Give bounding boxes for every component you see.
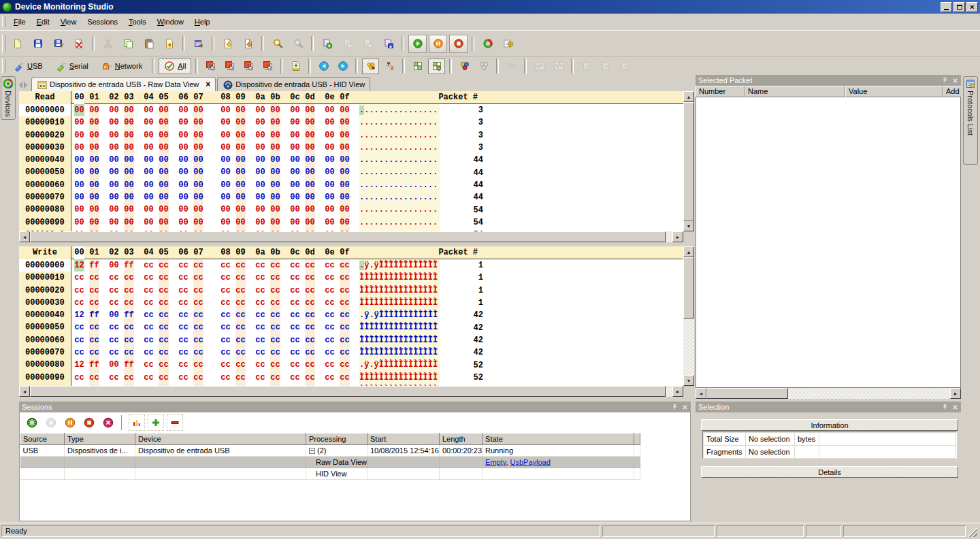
hex-byte[interactable]: 00 xyxy=(220,216,231,229)
hex-byte[interactable]: 00 xyxy=(305,166,315,178)
hex-byte[interactable]: cc xyxy=(74,272,84,284)
document-tab-2[interactable]: Dispositivo de entrada USB - HID View xyxy=(217,77,370,91)
hex-byte[interactable]: cc xyxy=(178,321,189,333)
ascii-text[interactable]: ................ xyxy=(359,129,440,142)
hex-byte[interactable]: cc xyxy=(340,372,350,384)
hex-byte[interactable]: 00 xyxy=(74,142,84,154)
hex-byte[interactable]: cc xyxy=(270,297,280,309)
hex-byte[interactable]: cc xyxy=(220,297,231,309)
hex-byte[interactable]: cc xyxy=(178,346,189,359)
start-monitoring-button[interactable] xyxy=(408,35,427,53)
remove-processing-button[interactable] xyxy=(167,414,183,431)
stop-monitoring-button[interactable] xyxy=(449,35,468,53)
hex-byte[interactable]: 00 xyxy=(235,216,246,229)
hex-byte[interactable]: 00 xyxy=(109,259,119,272)
pin-icon[interactable] xyxy=(671,404,679,411)
hex-byte[interactable]: 00 xyxy=(255,191,265,203)
hex-byte[interactable]: cc xyxy=(109,284,119,297)
hex-byte[interactable]: cc xyxy=(220,321,231,333)
hex-byte[interactable]: cc xyxy=(325,284,335,297)
hex-byte[interactable]: cc xyxy=(74,346,84,359)
hex-byte[interactable]: cc xyxy=(305,284,315,297)
serial-filter-button[interactable]: Serial xyxy=(50,59,94,74)
hex-byte[interactable]: 00 xyxy=(235,142,246,154)
hex-byte[interactable]: 00 xyxy=(159,191,169,203)
processing-row[interactable]: Raw Data ViewEmpty, UsbPayload xyxy=(20,457,640,468)
hex-byte[interactable]: 00 xyxy=(325,179,335,191)
hex-byte[interactable]: 00 xyxy=(290,191,300,203)
scroll-up-icon[interactable]: ▲ xyxy=(683,91,694,102)
hex-byte[interactable]: 00 xyxy=(89,142,99,154)
minimize-button[interactable] xyxy=(941,2,952,12)
protocols-list-tab[interactable]: Protocols List xyxy=(963,76,978,165)
hex-byte[interactable]: cc xyxy=(255,309,265,321)
sessions-col-start[interactable]: Start xyxy=(368,434,440,445)
usbpayload-link[interactable]: UsbPayload xyxy=(510,458,551,466)
export-data-button[interactable] xyxy=(189,35,208,53)
hex-byte[interactable]: 00 xyxy=(255,142,265,154)
stop-session-button[interactable] xyxy=(81,414,97,431)
hex-byte[interactable]: cc xyxy=(193,372,203,384)
hex-byte[interactable]: 00 xyxy=(270,191,280,203)
hex-byte[interactable]: 00 xyxy=(178,216,189,229)
hex-byte[interactable]: cc xyxy=(325,334,335,346)
hex-byte[interactable]: 00 xyxy=(290,154,300,166)
hex-byte[interactable]: 00 xyxy=(193,203,203,216)
hex-byte[interactable]: 00 xyxy=(270,142,280,154)
hex-byte[interactable]: cc xyxy=(235,309,246,321)
hex-byte[interactable]: cc xyxy=(290,297,300,309)
hex-byte[interactable]: cc xyxy=(305,272,315,284)
scroll-thumb[interactable] xyxy=(30,231,666,242)
hex-byte[interactable]: 00 xyxy=(109,203,119,216)
hex-byte[interactable]: cc xyxy=(290,372,300,384)
hex-byte[interactable]: 00 xyxy=(290,129,300,142)
hex-byte[interactable]: cc xyxy=(144,297,154,309)
hex-byte[interactable]: 00 xyxy=(89,191,99,203)
hex-byte[interactable]: cc xyxy=(193,272,203,284)
hex-byte[interactable]: cc xyxy=(235,272,246,284)
hex-byte[interactable]: cc xyxy=(235,259,246,272)
hex-byte[interactable]: 00 xyxy=(159,203,169,216)
close-session-button[interactable] xyxy=(100,414,116,431)
hex-byte[interactable]: 00 xyxy=(109,216,119,229)
sessions-col-processing[interactable]: Processing xyxy=(306,434,368,445)
hex-byte[interactable]: cc xyxy=(255,321,265,333)
hex-byte[interactable]: cc xyxy=(193,309,203,321)
hex-byte[interactable]: cc xyxy=(159,309,169,321)
hex-byte[interactable]: cc xyxy=(144,321,154,333)
hex-byte[interactable]: 00 xyxy=(144,216,154,229)
hex-byte[interactable]: 00 xyxy=(124,142,134,154)
hex-byte[interactable]: 00 xyxy=(74,154,84,166)
ascii-text[interactable]: .ÿ.ÿÌÌÌÌÌÌÌÌÌÌÌÌ xyxy=(359,259,440,272)
read-vertical-scrollbar[interactable]: ▲ ▼ xyxy=(683,91,694,231)
ascii-text[interactable]: ................ xyxy=(359,203,440,216)
close-panel-icon[interactable] xyxy=(681,404,689,411)
processing-label[interactable]: Raw Data View xyxy=(306,457,368,468)
hex-byte[interactable]: cc xyxy=(235,284,246,297)
hex-byte[interactable]: cc xyxy=(74,297,84,309)
hex-byte[interactable]: 00 xyxy=(305,179,315,191)
hex-byte[interactable]: 00 xyxy=(144,154,154,166)
ascii-text[interactable]: ÌÌÌÌÌÌÌÌÌÌÌÌÌÌÌÌ xyxy=(359,321,440,333)
hex-byte[interactable]: cc xyxy=(124,346,134,359)
hex-byte[interactable]: cc xyxy=(340,259,350,272)
hex-byte[interactable]: cc xyxy=(124,321,134,333)
hex-byte[interactable]: cc xyxy=(193,284,203,297)
hex-byte[interactable]: 00 xyxy=(290,216,300,229)
hex-byte[interactable]: 00 xyxy=(325,104,335,116)
hex-byte[interactable]: 00 xyxy=(290,142,300,154)
split-view-monitor-button[interactable] xyxy=(428,59,445,74)
selected-packet-list[interactable] xyxy=(696,97,961,388)
hex-byte[interactable]: 00 xyxy=(144,203,154,216)
hex-byte[interactable]: 00 xyxy=(74,179,84,191)
ascii-text[interactable]: ÌÌÌÌÌÌÌÌÌÌÌÌÌÌÌÌ xyxy=(359,372,440,384)
protocols-button[interactable] xyxy=(456,59,473,74)
hex-byte[interactable]: cc xyxy=(340,359,350,371)
options-button[interactable] xyxy=(499,35,517,53)
hex-byte[interactable]: cc xyxy=(193,297,203,309)
close-panel-icon[interactable] xyxy=(951,77,959,84)
maximize-button[interactable] xyxy=(953,2,965,12)
tab-nav-forward-icon[interactable] xyxy=(24,82,27,88)
session-statistics-button[interactable] xyxy=(129,414,145,431)
hex-byte[interactable]: cc xyxy=(159,284,169,297)
